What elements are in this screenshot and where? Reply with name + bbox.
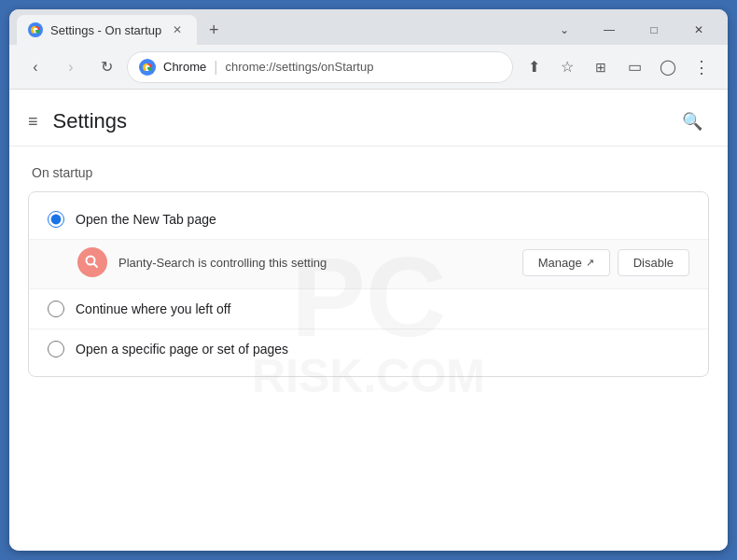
tab-title: Settings - On startup <box>50 23 161 37</box>
window-controls: ⌄ — □ ✕ <box>543 17 720 43</box>
manage-button[interactable]: Manage ↗ <box>522 249 610 276</box>
active-tab[interactable]: Settings - On startup ✕ <box>17 15 197 45</box>
section-label: On startup <box>28 165 709 180</box>
option-continue-label[interactable]: Continue where you left off <box>76 301 689 316</box>
title-bar: Settings - On startup ✕ + ⌄ — □ ✕ <box>9 9 728 45</box>
settings-body: On startup Open the New Tab page <box>9 147 728 396</box>
option-new-tab-row: Open the New Tab page <box>29 200 708 239</box>
manage-label: Manage <box>538 256 582 270</box>
hamburger-menu-icon[interactable]: ≡ <box>28 112 38 132</box>
bookmark-button[interactable]: ☆ <box>552 52 582 82</box>
option-specific-page-row: Open a specific page or set of pages <box>29 329 708 369</box>
new-tab-button[interactable]: + <box>201 17 227 43</box>
browser-window: Settings - On startup ✕ + ⌄ — □ ✕ ‹ › ↻ … <box>9 9 728 551</box>
settings-header: ≡ Settings 🔍 <box>9 90 728 147</box>
option-specific-page-radio[interactable] <box>48 341 64 357</box>
manage-external-icon: ↗ <box>586 257 594 269</box>
option-new-tab-radio[interactable] <box>48 211 64 228</box>
forward-button[interactable]: › <box>56 52 86 82</box>
svg-line-5 <box>94 264 98 268</box>
chrome-icon <box>139 59 156 76</box>
dropdown-button[interactable]: ⌄ <box>543 17 586 43</box>
settings-title-group: ≡ Settings <box>28 109 127 133</box>
address-separator: | <box>214 59 217 76</box>
browser-name-label: Chrome <box>163 60 206 74</box>
nav-right-buttons: ⬆ ☆ ⊞ ▭ ◯ ⋮ <box>519 52 716 82</box>
maximize-button[interactable]: □ <box>633 17 675 43</box>
share-button[interactable]: ⬆ <box>519 52 549 82</box>
warning-text: Planty-Search is controlling this settin… <box>118 256 511 270</box>
settings-search-button[interactable]: 🔍 <box>675 105 709 138</box>
disable-button[interactable]: Disable <box>618 249 689 276</box>
address-bar[interactable]: Chrome | chrome://settings/onStartup <box>127 51 513 83</box>
option-continue-radio[interactable] <box>48 301 64 317</box>
back-button[interactable]: ‹ <box>21 52 50 82</box>
nav-bar: ‹ › ↻ Chrome | chrome://settings/onStart… <box>9 45 728 90</box>
extensions-button[interactable]: ⊞ <box>586 52 616 82</box>
option-continue-row: Continue where you left off <box>29 289 708 329</box>
profile-button[interactable]: ◯ <box>653 52 683 82</box>
search-warning-icon <box>84 254 101 271</box>
address-text: chrome://settings/onStartup <box>225 60 373 74</box>
menu-button[interactable]: ⋮ <box>687 52 716 82</box>
reload-button[interactable]: ↻ <box>91 52 121 82</box>
tab-favicon <box>28 22 43 37</box>
option-specific-page-label[interactable]: Open a specific page or set of pages <box>76 342 689 357</box>
startup-options-card: Open the New Tab page Planty-Search is c… <box>28 191 709 377</box>
content-area: PC RISK.COM ≡ Settings 🔍 On startup Open… <box>9 90 728 551</box>
sidebar-button[interactable]: ▭ <box>619 52 649 82</box>
warning-icon <box>77 247 107 277</box>
warning-buttons: Manage ↗ Disable <box>522 249 689 276</box>
warning-row: Planty-Search is controlling this settin… <box>29 239 708 289</box>
minimize-button[interactable]: — <box>588 17 631 43</box>
tab-close-button[interactable]: ✕ <box>169 21 186 38</box>
close-button[interactable]: ✕ <box>677 17 720 43</box>
settings-page-title: Settings <box>53 109 128 133</box>
option-new-tab-label[interactable]: Open the New Tab page <box>76 212 689 227</box>
